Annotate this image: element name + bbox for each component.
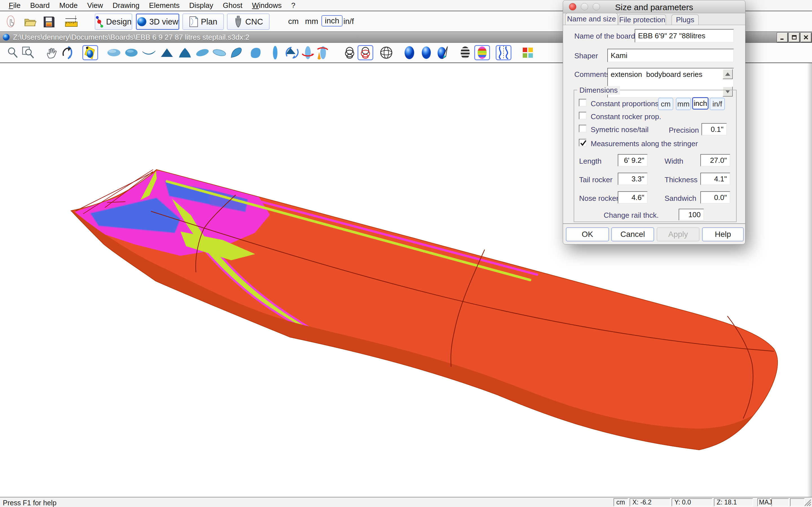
unit-inf[interactable]: in/f [343,17,354,26]
precision-label: Precision [669,126,699,135]
rail-thickness-input[interactable]: 100 [679,209,704,221]
flow-lines-icon[interactable] [496,45,511,60]
menu-windows[interactable]: Windows [247,1,287,10]
stringer-measure-label: Measurements along the stringer [591,139,698,148]
cancel-button[interactable]: Cancel [611,227,654,241]
check-icon [580,139,587,147]
plan-icon [189,16,199,27]
view-angle-left-icon[interactable] [195,45,210,60]
dialog-unit-mm[interactable]: mm [676,98,691,110]
menu-ghost[interactable]: Ghost [218,1,247,10]
3d-view-icon [137,17,147,27]
maximize-button[interactable] [789,33,800,42]
name-input[interactable]: EBB 6'9" 27 "88litres [635,29,734,43]
curvature-map-icon[interactable] [474,45,490,60]
stringer-measure-checkbox[interactable] [579,139,587,147]
wireframe-icon[interactable] [342,45,357,60]
pan-hand-icon[interactable] [44,45,60,60]
menu-drawing[interactable]: Drawing [108,1,144,10]
status-empty-2 [790,498,805,506]
nose-rocker-input[interactable]: 4.6" [618,191,648,204]
close-button[interactable] [801,33,811,42]
board-file-icon [2,33,10,41]
tab-plugs[interactable]: Plugs [672,14,699,25]
unit-cm[interactable]: cm [288,17,299,26]
view-rocker-icon[interactable] [141,45,157,60]
dialog-unit-inch[interactable]: inch [692,97,709,110]
status-bar: Press F1 for help cm X: -6.2 Y: 0.0 Z: 1… [0,497,812,507]
wireframe-sections-icon[interactable] [357,45,373,60]
size-and-parameters-dialog: Size and parameters Name and size File p… [563,0,746,244]
comments-scroll-up[interactable] [723,69,733,79]
ok-button[interactable]: OK [566,227,609,241]
view-nose-icon[interactable] [177,45,193,60]
constant-rocker-checkbox[interactable] [579,112,587,119]
view-perspective-icon[interactable] [229,45,244,60]
menu-display[interactable]: Display [185,1,218,10]
save-icon[interactable] [42,15,56,29]
measure-icon[interactable] [64,15,79,29]
shaded-icon[interactable] [402,45,417,60]
menu-board[interactable]: Board [26,1,54,10]
paint-texture-icon[interactable] [435,45,451,60]
menu-view[interactable]: View [82,1,108,10]
width-input[interactable]: 27.0" [700,154,730,166]
dialog-unit-cm[interactable]: cm [658,98,673,110]
menu-mode[interactable]: Mode [54,1,82,10]
unit-mm[interactable]: mm [305,17,318,26]
status-unit: cm [613,498,628,506]
plan-mode-button[interactable]: Plan [183,13,224,30]
view-angle-right-icon[interactable] [211,45,227,60]
status-empty-1 [771,498,789,506]
resize-grip-icon[interactable] [804,499,811,506]
color-squares-icon[interactable] [520,45,536,60]
smooth-shaded-icon[interactable] [418,45,434,60]
menu-elements[interactable]: Elements [144,1,185,10]
rotate-flip-icon[interactable] [284,45,300,60]
status-caps: MAJ [757,498,770,506]
sandwich-input[interactable]: 0.0" [700,191,730,204]
design-icon [95,15,104,28]
dialog-unit-inf[interactable]: in/f [710,98,725,110]
board-pointer-icon[interactable] [4,15,18,29]
rotate-x-icon[interactable] [314,45,330,60]
view-side-icon[interactable] [267,45,283,60]
constant-proportions-label: Constant proportions [591,100,659,108]
tail-rocker-input[interactable]: 3.3" [618,173,648,185]
menu-help[interactable]: ? [287,1,300,10]
cnc-mode-button[interactable]: CNC [227,13,269,30]
help-button[interactable]: Help [702,227,744,241]
tab-file-protection[interactable]: File protection [619,14,666,25]
view-deck-icon[interactable] [123,45,139,60]
shaper-input[interactable]: Kami [607,49,734,62]
rotate-view-icon[interactable] [60,45,76,60]
view-tail-icon[interactable] [159,45,175,60]
thickness-input[interactable]: 4.1" [700,173,730,185]
zebra-stripes-icon[interactable] [457,45,473,60]
tab-name-and-size[interactable]: Name and size [565,13,618,25]
view-bottom-icon[interactable] [106,45,122,60]
design-mode-button[interactable]: Design [95,13,132,30]
unit-inch[interactable]: inch [321,15,343,26]
mesh-icon[interactable] [378,45,394,60]
zoom-window-icon[interactable] [20,45,36,60]
3d-view-mode-button[interactable]: 3D view [136,13,179,30]
view-oblique-icon[interactable] [248,45,263,60]
symetric-checkbox[interactable] [579,125,587,132]
open-folder-icon[interactable] [22,15,37,29]
status-z: Z: 18.1 [714,498,753,506]
render-mode-icon[interactable] [82,45,98,60]
rotate-y-icon[interactable] [300,45,316,60]
constant-proportions-checkbox[interactable] [579,99,587,107]
minimize-button[interactable] [777,33,788,42]
sandwich-label: Sandwich [665,194,696,203]
viewport-right-edge [807,63,812,497]
apply-button[interactable]: Apply [657,227,700,241]
cnc-icon [234,15,243,28]
dialog-titlebar[interactable]: Size and parameters [563,0,745,13]
precision-input[interactable]: 0.1" [702,123,727,135]
length-input[interactable]: 6' 9.2" [618,154,648,166]
shaper-label: Shaper [574,52,598,60]
zoom-icon[interactable] [5,45,21,60]
menu-file[interactable]: File [4,1,26,10]
